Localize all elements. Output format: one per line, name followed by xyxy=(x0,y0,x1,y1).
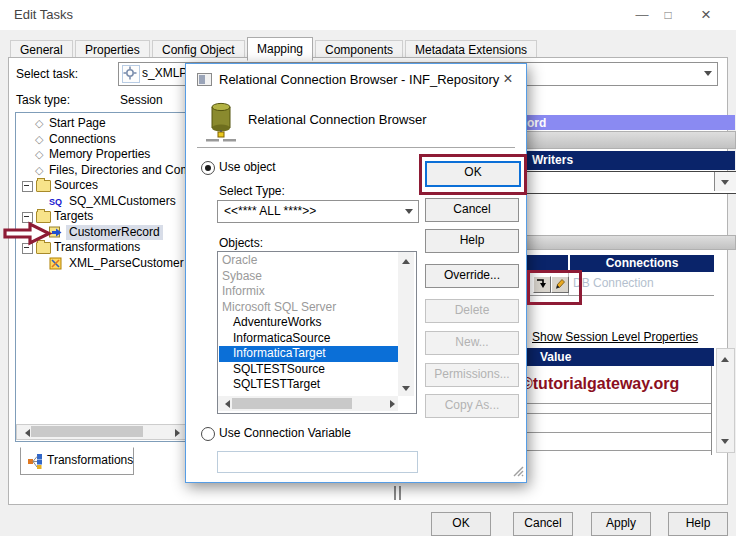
use-object-label: Use object xyxy=(219,160,276,174)
select-type-combobox[interactable]: <<**** ALL ****>> xyxy=(217,200,419,223)
task-type-value: Session xyxy=(120,93,163,107)
collapse-icon[interactable] xyxy=(22,181,33,192)
dialog-heading: Relational Connection Browser xyxy=(248,112,426,127)
value-header-text: Value xyxy=(540,348,571,366)
splitter-handle[interactable] xyxy=(394,486,396,500)
diamond-icon: ◇ xyxy=(35,132,43,147)
transformation-icon xyxy=(49,257,63,270)
scrollbar-thumb[interactable] xyxy=(232,398,352,409)
footer-ok-button[interactable]: OK xyxy=(431,512,491,536)
tree-item-start-page[interactable]: ◇Start Page xyxy=(16,116,187,131)
diamond-icon: ◇ xyxy=(35,116,43,131)
dialog-close-icon[interactable]: × xyxy=(496,69,520,89)
annotation-box-connection xyxy=(527,270,582,305)
override-button[interactable]: Override... xyxy=(425,264,519,288)
object-informix[interactable]: Informix xyxy=(219,284,400,300)
tree-item-sq-xmlcustomers[interactable]: SQSQ_XMLCustomers xyxy=(16,194,187,209)
minimize-icon[interactable]: — xyxy=(632,6,652,24)
tree-item-label: SQ_XMLCustomers xyxy=(66,194,179,209)
copy-as-button: Copy As... xyxy=(425,394,519,418)
cancel-button[interactable]: Cancel xyxy=(425,198,519,222)
use-object-radio[interactable] xyxy=(201,161,215,175)
permissions-button: Permissions... xyxy=(425,363,519,387)
objects-listbox[interactable]: OracleSybaseInformixMicrosoft SQL Server… xyxy=(217,251,417,414)
tree-item-label: Connections xyxy=(49,132,116,147)
scroll-left-icon[interactable] xyxy=(21,429,30,437)
diamond-icon: ◇ xyxy=(35,163,43,178)
resize-grip-icon[interactable] xyxy=(512,465,524,480)
scrollbar-thumb[interactable] xyxy=(31,426,143,437)
edit-tasks-window: Edit Tasks — □ × GeneralPropertiesConfig… xyxy=(0,0,736,536)
tree-item-sources[interactable]: Sources xyxy=(16,178,187,193)
tree-item-label: Memory Properties xyxy=(49,147,150,162)
tree-item-label: XML_ParseCustomer xyxy=(66,256,187,271)
value-vertical-scrollbar[interactable] xyxy=(716,348,735,453)
object-informaticasource[interactable]: InformaticaSource xyxy=(219,331,411,347)
transformations-tab-icon xyxy=(28,454,43,472)
tree-item-files-directories-and-com[interactable]: ◇Files, Directories and Com xyxy=(16,163,187,178)
scroll-right-icon[interactable] xyxy=(390,400,399,408)
objects-vertical-scrollbar[interactable] xyxy=(398,252,414,396)
object-sqltesttarget[interactable]: SQLTESTTarget xyxy=(219,377,411,393)
object-sybase[interactable]: Sybase xyxy=(219,269,400,285)
database-cylinder-icon xyxy=(204,100,238,147)
scroll-down-icon[interactable] xyxy=(402,386,410,395)
tree-item-label: Start Page xyxy=(49,116,106,131)
diamond-icon: ◇ xyxy=(35,147,43,162)
scroll-down-icon[interactable] xyxy=(721,439,729,448)
close-icon[interactable]: × xyxy=(696,6,716,24)
object-informaticatarget[interactable]: InformaticaTarget xyxy=(219,346,411,362)
relational-connection-browser-dialog: Relational Connection Browser - INF_Repo… xyxy=(185,63,527,483)
new-button: New... xyxy=(425,331,519,355)
record-header-text: ord xyxy=(527,116,546,130)
folder-icon xyxy=(36,180,51,192)
scroll-left-icon[interactable] xyxy=(221,400,230,408)
title-bar: Edit Tasks — □ × xyxy=(0,0,736,30)
tree-item-memory-properties[interactable]: ◇Memory Properties xyxy=(16,147,187,162)
tree-item-label: Targets xyxy=(54,209,93,224)
select-task-value: s_XMLP xyxy=(142,66,187,80)
watermark-text: ©tutorialgateway.org xyxy=(521,375,679,393)
footer-help-button[interactable]: Help xyxy=(668,512,728,536)
scroll-up-icon[interactable] xyxy=(402,255,410,264)
objects-horizontal-scrollbar[interactable] xyxy=(218,396,398,411)
splitter-handle[interactable] xyxy=(399,486,401,500)
tree-item-label: CustomerRecord xyxy=(66,225,163,240)
dialog-window-icon xyxy=(197,73,212,89)
select-task-label: Select task: xyxy=(16,67,78,81)
select-type-label: Select Type: xyxy=(219,184,285,198)
scroll-right-icon[interactable] xyxy=(175,429,184,437)
object-microsoft-sql-server[interactable]: Microsoft SQL Server xyxy=(219,300,400,316)
object-adventureworks[interactable]: AdventureWorks xyxy=(219,315,411,331)
select-type-value: <<**** ALL ****>> xyxy=(224,204,316,218)
task-type-label: Task type: xyxy=(16,93,70,107)
object-sqltestsource[interactable]: SQLTESTSource xyxy=(219,362,411,378)
annotation-box-ok xyxy=(419,154,527,195)
use-connection-variable-label: Use Connection Variable xyxy=(219,426,351,440)
maximize-icon[interactable]: □ xyxy=(658,6,678,24)
tab-transformations-bottom[interactable]: Transformations xyxy=(20,447,134,475)
footer-apply-button[interactable]: Apply xyxy=(591,512,651,536)
tab-mapping[interactable]: Mapping xyxy=(247,37,313,61)
tree-item-xml-parsecustomer[interactable]: XML_ParseCustomer xyxy=(16,256,187,271)
connection-value-placeholder: DB Connection xyxy=(573,276,654,290)
use-connection-variable-radio[interactable] xyxy=(201,427,215,441)
scroll-up-icon[interactable] xyxy=(721,353,729,362)
tree-item-connections[interactable]: ◇Connections xyxy=(16,132,187,147)
dialog-title: Relational Connection Browser - INF_Repo… xyxy=(219,72,499,87)
help-button[interactable]: Help xyxy=(425,229,519,253)
connection-variable-input[interactable] xyxy=(217,451,418,473)
connections-header-text: Connections xyxy=(570,255,714,272)
footer-cancel-button[interactable]: Cancel xyxy=(513,512,573,536)
session-gear-icon xyxy=(122,65,140,83)
chevron-down-icon[interactable] xyxy=(405,209,413,218)
object-oracle[interactable]: Oracle xyxy=(219,253,400,269)
annotation-arrow xyxy=(3,221,53,246)
chevron-down-icon[interactable] xyxy=(704,71,712,80)
chevron-down-icon[interactable] xyxy=(714,172,736,191)
tree-item-label: Sources xyxy=(54,178,98,193)
objects-label: Objects: xyxy=(219,236,263,250)
session-level-properties-link[interactable]: Show Session Level Properties xyxy=(532,330,698,344)
delete-button: Delete xyxy=(425,299,519,323)
tree-horizontal-scrollbar[interactable] xyxy=(16,424,186,440)
